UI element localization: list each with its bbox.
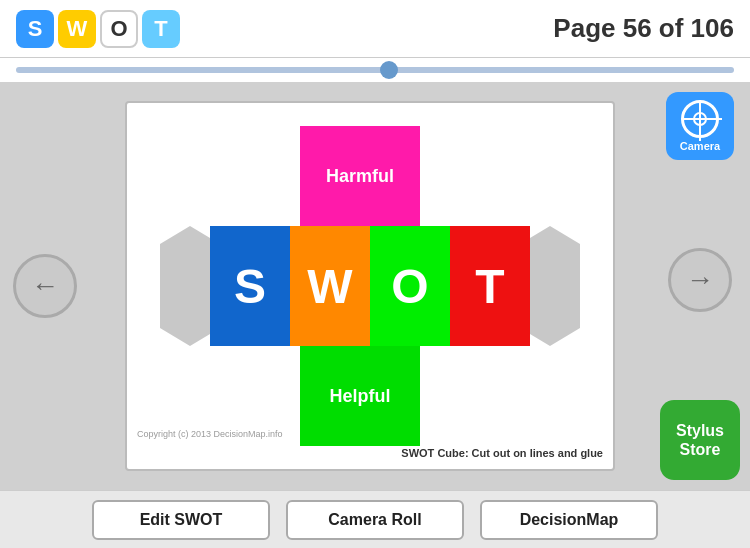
stylus-store-button[interactable]: StylusStore bbox=[660, 400, 740, 480]
crosshair-h bbox=[684, 118, 722, 120]
edit-swot-button[interactable]: Edit SWOT bbox=[92, 500, 270, 540]
cell-s: S bbox=[210, 226, 290, 346]
left-nav: ← bbox=[0, 82, 90, 490]
cell-t: T bbox=[450, 226, 530, 346]
camera-label: Camera bbox=[680, 140, 720, 152]
next-page-button[interactable]: → bbox=[668, 248, 732, 312]
diagram-copyright: Copyright (c) 2013 DecisionMap.info bbox=[137, 429, 283, 439]
swot-logo: S W O T bbox=[16, 10, 180, 48]
logo-letter-o: O bbox=[100, 10, 138, 48]
swot-frame: Harmful Helpful S W O T Copyright (c) 20… bbox=[125, 101, 615, 471]
camera-roll-button[interactable]: Camera Roll bbox=[286, 500, 464, 540]
harmful-label: Harmful bbox=[326, 166, 394, 187]
camera-icon bbox=[681, 100, 719, 138]
slider-bar[interactable] bbox=[0, 58, 750, 82]
caption-bold: SWOT Cube bbox=[401, 447, 465, 459]
decision-map-button[interactable]: DecisionMap bbox=[480, 500, 658, 540]
logo-letter-w: W bbox=[58, 10, 96, 48]
top-flap: Harmful bbox=[300, 126, 420, 226]
stylus-store-label: StylusStore bbox=[676, 421, 724, 459]
swot-main-row: S W O T bbox=[210, 226, 530, 346]
crosshair-v bbox=[699, 103, 701, 141]
caption-rest: : Cut out on lines and glue bbox=[465, 447, 603, 459]
page-indicator: Page 56 of 106 bbox=[553, 13, 734, 44]
bottom-flap: Helpful bbox=[300, 346, 420, 446]
center-content: Harmful Helpful S W O T Copyright (c) 20… bbox=[90, 82, 650, 490]
slider-thumb[interactable] bbox=[380, 61, 398, 79]
logo-letter-s: S bbox=[16, 10, 54, 48]
main-content: ← Harmful Helpful S W bbox=[0, 82, 750, 490]
bottom-bar: Edit SWOT Camera Roll DecisionMap bbox=[0, 490, 750, 548]
cell-o: O bbox=[370, 226, 450, 346]
camera-button[interactable]: Camera bbox=[666, 92, 734, 160]
slider-track[interactable] bbox=[16, 67, 734, 73]
helpful-label: Helpful bbox=[330, 386, 391, 407]
diagram-caption: SWOT Cube: Cut out on lines and glue bbox=[401, 447, 603, 459]
right-panel: Camera → StylusStore bbox=[650, 82, 750, 490]
swot-diagram: Harmful Helpful S W O T bbox=[160, 126, 580, 446]
cell-w: W bbox=[290, 226, 370, 346]
header: S W O T Page 56 of 106 bbox=[0, 0, 750, 58]
prev-page-button[interactable]: ← bbox=[13, 254, 77, 318]
logo-letter-t: T bbox=[142, 10, 180, 48]
